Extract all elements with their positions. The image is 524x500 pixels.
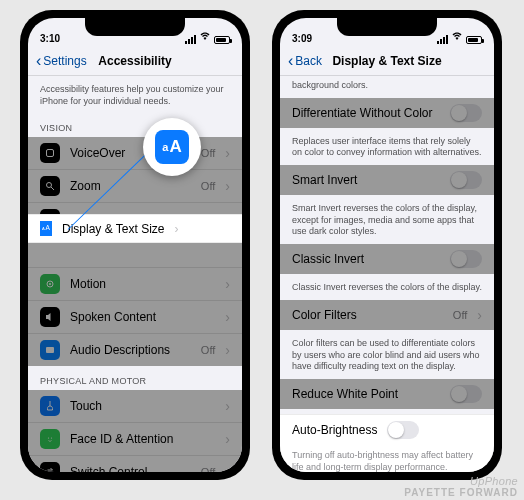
chevron-right-icon: ›: [477, 307, 482, 323]
text-size-icon: AA: [40, 221, 52, 236]
chevron-right-icon: ›: [225, 431, 230, 447]
row-label: Touch: [70, 399, 215, 413]
chevron-right-icon: ›: [225, 464, 230, 472]
toggle-switch[interactable]: [450, 250, 482, 268]
switch-control-icon: [40, 462, 60, 472]
svg-point-1: [47, 183, 52, 188]
row-label: Audio Descriptions: [70, 343, 191, 357]
chevron-right-icon: ›: [225, 178, 230, 194]
screen-dimmed-area: 3:09 ‹ Back Display & Text Size backgrou…: [280, 18, 494, 472]
audio-descriptions-icon: [40, 340, 60, 360]
battery-icon: [466, 36, 482, 44]
row-label: Classic Invert: [292, 252, 440, 266]
watermark-line1: UpPhone: [404, 475, 518, 487]
row-classic-invert[interactable]: Classic Invert: [280, 244, 494, 274]
wifi-icon: [199, 30, 211, 44]
row-desc: Replaces user interface items that rely …: [280, 128, 494, 165]
svg-line-2: [51, 187, 54, 190]
page-title: Accessibility: [28, 54, 242, 68]
voiceover-icon: [40, 143, 60, 163]
row-color-filters[interactable]: Color Filters Off ›: [280, 300, 494, 330]
cellular-icon: [185, 35, 196, 44]
motion-icon: [40, 274, 60, 294]
touch-icon: [40, 396, 60, 416]
chevron-right-icon: ›: [175, 222, 179, 236]
row-label: Display & Text Size: [62, 222, 165, 236]
chevron-right-icon: ›: [225, 309, 230, 325]
row-value: Off: [201, 344, 215, 356]
svg-text:A: A: [46, 224, 51, 231]
row-label: Face ID & Attention: [70, 432, 215, 446]
row-desc-auto-brightness: Turning off auto-brightness may affect b…: [280, 445, 494, 472]
row-faceid[interactable]: Face ID & Attention ›: [28, 422, 242, 455]
row-label: Auto-Brightness: [292, 423, 377, 437]
row-label: Motion: [70, 277, 215, 291]
section-header-motor: PHYSICAL AND MOTOR: [28, 366, 242, 390]
status-indicators: [185, 30, 230, 44]
svg-rect-9: [46, 347, 54, 353]
toggle-switch[interactable]: [387, 421, 419, 439]
watermark: UpPhone PAYETTE FORWARD: [404, 475, 518, 498]
row-label: Zoom: [70, 179, 191, 193]
phone-left: 3:10 ‹ Settings Accessibility Accessibil…: [20, 10, 250, 480]
row-value: Off: [201, 180, 215, 192]
wifi-icon: [451, 30, 463, 44]
row-label: Color Filters: [292, 308, 443, 322]
row-label: Smart Invert: [292, 173, 440, 187]
svg-point-10: [48, 438, 49, 439]
row-desc: Classic Invert reverses the colors of th…: [280, 274, 494, 300]
notch: [85, 18, 185, 36]
row-desc: Color filters can be used to differentia…: [280, 330, 494, 379]
notch: [337, 18, 437, 36]
svg-text:A: A: [42, 226, 45, 231]
svg-point-11: [51, 438, 52, 439]
row-label: Differentiate Without Color: [292, 106, 440, 120]
status-time: 3:10: [40, 33, 60, 44]
chevron-right-icon: ›: [225, 342, 230, 358]
intro-text: Accessibility features help you customiz…: [28, 76, 242, 113]
row-desc: Smart Invert reverses the colors of the …: [280, 195, 494, 244]
status-time: 3:09: [292, 33, 312, 44]
faceid-icon: [40, 429, 60, 449]
row-switch-control[interactable]: Switch Control Off ›: [28, 455, 242, 472]
chevron-right-icon: ›: [225, 145, 230, 161]
battery-icon: [214, 36, 230, 44]
status-indicators: [437, 30, 482, 44]
toggle-switch[interactable]: [450, 171, 482, 189]
row-label: Spoken Content: [70, 310, 215, 324]
row-label: Switch Control: [70, 465, 191, 472]
svg-point-8: [49, 283, 51, 285]
row-display-text-size[interactable]: AA Display & Text Size ›: [28, 214, 242, 243]
row-motion[interactable]: Motion ›: [28, 267, 242, 300]
screen-dimmed-area: 3:10 ‹ Settings Accessibility Accessibil…: [28, 18, 242, 472]
section-header-vision: VISION: [28, 113, 242, 137]
nav-bar: ‹ Settings Accessibility: [28, 46, 242, 76]
row-spoken-content[interactable]: Spoken Content ›: [28, 300, 242, 333]
row-touch[interactable]: Touch ›: [28, 390, 242, 422]
page-title: Display & Text Size: [280, 54, 494, 68]
row-auto-brightness[interactable]: Auto-Brightness: [280, 414, 494, 446]
row-value: Off: [201, 147, 215, 159]
watermark-line2: PAYETTE FORWARD: [404, 487, 518, 498]
phone-right: 3:09 ‹ Back Display & Text Size backgrou…: [272, 10, 502, 480]
row-label: Reduce White Point: [292, 387, 440, 401]
row-value: Off: [453, 309, 467, 321]
chevron-right-icon: ›: [225, 276, 230, 292]
spoken-content-icon: [40, 307, 60, 327]
row-smart-invert[interactable]: Smart Invert: [280, 165, 494, 195]
callout-bubble: aA: [143, 118, 201, 176]
cellular-icon: [437, 35, 448, 44]
nav-bar: ‹ Back Display & Text Size: [280, 46, 494, 76]
row-value: Off: [201, 466, 215, 472]
row-audio-descriptions[interactable]: Audio Descriptions Off ›: [28, 333, 242, 366]
chevron-right-icon: ›: [225, 398, 230, 414]
row-zoom[interactable]: Zoom Off ›: [28, 169, 242, 202]
zoom-icon: [40, 176, 60, 196]
toggle-switch[interactable]: [450, 385, 482, 403]
row-differentiate-color[interactable]: Differentiate Without Color: [280, 98, 494, 128]
row-reduce-white-point[interactable]: Reduce White Point: [280, 379, 494, 409]
scrolled-desc-fragment: background colors.: [280, 76, 494, 98]
text-size-icon: aA: [155, 130, 189, 164]
svg-rect-0: [47, 150, 54, 157]
toggle-switch[interactable]: [450, 104, 482, 122]
